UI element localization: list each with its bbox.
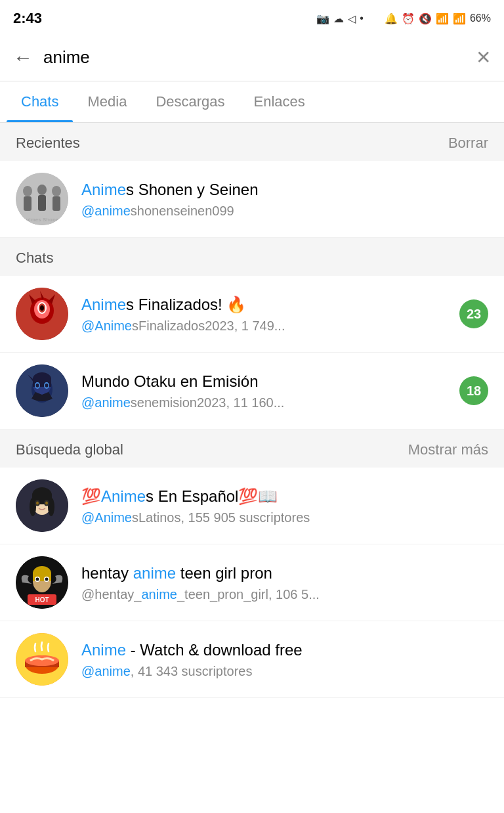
avatar: [16, 633, 68, 686]
svg-rect-2: [24, 196, 32, 211]
bell-icon: 🔔: [385, 12, 398, 25]
item-subtitle: @animeshonenseinen099: [81, 204, 488, 219]
item-subtitle: @anime, 41 343 suscriptores: [81, 664, 488, 679]
item-content: hentay anime teen girl pron @hentay_anim…: [81, 563, 488, 602]
mostrar-mas-button[interactable]: Mostrar más: [408, 441, 488, 458]
svg-point-36: [45, 502, 48, 505]
svg-point-3: [37, 185, 47, 195]
send-icon: ◁: [348, 12, 356, 25]
recientes-title: Recientes: [16, 135, 80, 152]
svg-point-35: [36, 502, 39, 505]
item-subtitle: @AnimesFinalizados2023, 1 749...: [81, 319, 459, 334]
tab-chats[interactable]: Chats: [7, 81, 73, 122]
avatar: [16, 288, 68, 340]
cloud-icon: ☁: [333, 12, 344, 25]
camera-icon: 📷: [316, 12, 329, 25]
item-title: hentay anime teen girl pron: [81, 563, 488, 583]
list-item[interactable]: Anime - Watch & download free @anime, 41…: [0, 621, 504, 698]
svg-point-50: [25, 655, 59, 666]
svg-text:HOT: HOT: [35, 596, 49, 604]
item-title: Animes Shonen y Seinen: [81, 179, 488, 200]
status-time: 2:43: [13, 10, 42, 27]
item-title: Anime - Watch & download free: [81, 640, 488, 660]
item-content: 💯Animes En Español💯📖 @AnimesLatinos, 155…: [81, 486, 488, 525]
chats-section-header: Chats: [0, 238, 504, 276]
tab-media[interactable]: Media: [73, 81, 141, 122]
svg-point-25: [36, 384, 39, 387]
svg-text:Animes Shonen: Animes Shonen: [22, 217, 62, 223]
svg-rect-4: [38, 195, 46, 211]
wifi-icon: 📶: [436, 12, 449, 25]
svg-point-44: [45, 578, 49, 581]
avatar: [16, 479, 68, 532]
svg-point-26: [45, 384, 49, 387]
status-bar: 2:43 📷 ☁ ◁ • 🔔 ⏰ 🔇 📶 📶 66%: [0, 0, 504, 34]
svg-point-13: [40, 305, 44, 311]
unread-badge: 23: [459, 299, 488, 328]
alarm-icon: ⏰: [402, 12, 415, 25]
item-content: Mundo Otaku en Emisión @animesenemision2…: [81, 371, 459, 410]
item-title: 💯Animes En Español💯📖: [81, 486, 488, 506]
svg-point-32: [48, 498, 54, 516]
svg-point-31: [30, 498, 36, 516]
list-item[interactable]: 💯Animes En Español💯📖 @AnimesLatinos, 155…: [0, 468, 504, 544]
item-content: Anime - Watch & download free @anime, 41…: [81, 640, 488, 679]
dot-icon: •: [360, 12, 364, 24]
svg-point-1: [23, 186, 32, 196]
list-item[interactable]: Animes Finalizados! 🔥 @AnimesFinalizados…: [0, 276, 504, 353]
list-item[interactable]: HOT hentay anime teen girl pron @hentay_…: [0, 544, 504, 621]
search-input[interactable]: [43, 47, 465, 68]
item-content: Animes Shonen y Seinen @animeshonenseine…: [81, 179, 488, 219]
item-subtitle: @animesenemision2023, 11 160...: [81, 395, 459, 410]
tab-descargas[interactable]: Descargas: [141, 81, 239, 122]
avatar: [16, 364, 68, 417]
back-button[interactable]: ←: [13, 48, 33, 68]
clear-search-button[interactable]: ✕: [476, 47, 491, 68]
svg-point-5: [52, 186, 61, 196]
search-bar: ← ✕: [0, 34, 504, 81]
search-input-container[interactable]: [43, 47, 465, 68]
signal-icon: 📶: [453, 12, 466, 25]
global-search-title: Búsqueda global: [16, 441, 123, 458]
item-content: Animes Finalizados! 🔥 @AnimesFinalizados…: [81, 294, 459, 334]
borrar-button[interactable]: Borrar: [448, 135, 488, 152]
unread-badge: 18: [459, 376, 488, 405]
global-search-header: Búsqueda global Mostrar más: [0, 429, 504, 468]
battery-text: 66%: [470, 12, 491, 24]
tab-enlaces[interactable]: Enlaces: [240, 81, 320, 122]
avatar: HOT: [16, 556, 68, 609]
item-subtitle: @AnimesLatinos, 155 905 suscriptores: [81, 510, 488, 525]
list-item[interactable]: Animes Shonen Animes Shonen y Seinen @an…: [0, 161, 504, 238]
tabs-bar: Chats Media Descargas Enlaces: [0, 81, 504, 123]
item-title: Mundo Otaku en Emisión: [81, 371, 459, 391]
status-icons: 📷 ☁ ◁ • 🔔 ⏰ 🔇 📶 📶 66%: [316, 12, 491, 25]
list-item[interactable]: Mundo Otaku en Emisión @animesenemision2…: [0, 353, 504, 429]
avatar: Animes Shonen: [16, 173, 68, 225]
mute-icon: 🔇: [419, 12, 432, 25]
svg-point-43: [36, 578, 39, 581]
item-title: Animes Finalizados! 🔥: [81, 294, 459, 315]
item-subtitle: @hentay_anime_teen_pron_girl, 106 5...: [81, 587, 488, 602]
recientes-section-header: Recientes Borrar: [0, 123, 504, 161]
chats-section-title: Chats: [16, 250, 53, 267]
svg-rect-6: [52, 196, 60, 211]
